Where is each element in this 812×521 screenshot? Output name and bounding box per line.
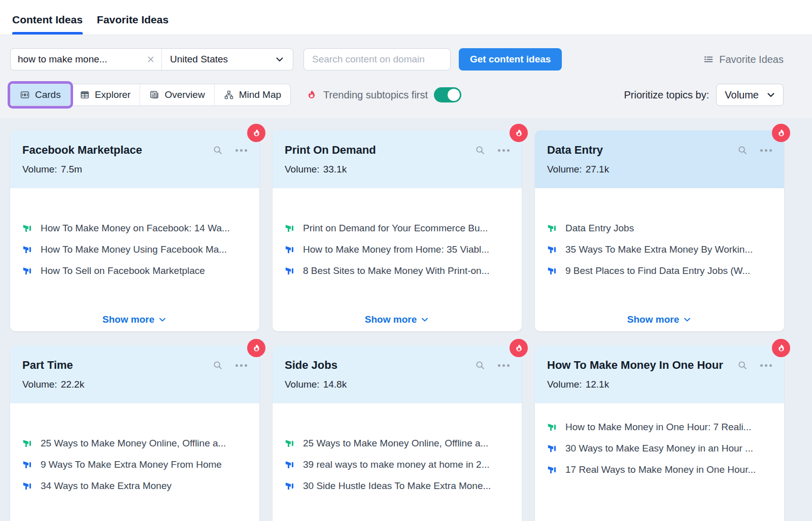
headline-item[interactable]: Data Entry Jobs bbox=[547, 223, 772, 234]
megaphone-icon bbox=[285, 480, 296, 492]
headline-item[interactable]: Print on Demand for Your Ecommerce Bu... bbox=[285, 223, 510, 234]
headline-text[interactable]: How To Make Money on Facebook: 14 Wa... bbox=[41, 223, 230, 234]
card-volume: Volume: 27.1k bbox=[547, 164, 772, 175]
megaphone-icon bbox=[547, 422, 558, 433]
headline-text[interactable]: 34 Ways to Make Extra Money bbox=[41, 480, 172, 492]
headline-item[interactable]: 30 Side Hustle Ideas To Make Extra Mone.… bbox=[285, 480, 510, 492]
megaphone-icon bbox=[22, 438, 33, 449]
ellipsis-icon[interactable] bbox=[760, 145, 772, 156]
headline-text[interactable]: 9 Best Places to Find Data Entry Jobs (W… bbox=[565, 265, 750, 276]
headline-text[interactable]: 30 Ways to Make Easy Money in an Hour ..… bbox=[565, 443, 753, 454]
headline-text[interactable]: 17 Real Ways to Make Money in One Hour..… bbox=[565, 464, 756, 475]
headline-text[interactable]: How To Make Money Using Facebook Ma... bbox=[41, 244, 227, 255]
headline-item[interactable]: 35 Ways To Make Extra Money By Workin... bbox=[547, 244, 772, 255]
headline-item[interactable]: 8 Best Sites to Make Money With Print-on… bbox=[285, 265, 510, 276]
headline-item[interactable]: How to Make Money from Home: 35 Viabl... bbox=[285, 244, 510, 255]
headline-item[interactable]: How To Make Money Using Facebook Ma... bbox=[22, 244, 247, 255]
favorite-ideas-label: Favorite Ideas bbox=[719, 54, 784, 65]
mind-map-icon bbox=[224, 90, 234, 100]
ellipsis-icon[interactable] bbox=[235, 145, 247, 156]
domain-search-input[interactable] bbox=[303, 48, 451, 71]
headline-text[interactable]: How to Make Money from Home: 35 Viabl... bbox=[303, 244, 489, 255]
card-title[interactable]: Side Jobs bbox=[285, 358, 468, 373]
country-select[interactable]: United States bbox=[162, 49, 293, 70]
headline-text[interactable]: Data Entry Jobs bbox=[565, 223, 634, 234]
headline-item[interactable]: 25 Ways to Make Money Online, Offline a.… bbox=[22, 438, 247, 449]
headline-text[interactable]: 25 Ways to Make Money Online, Offline a.… bbox=[41, 438, 226, 449]
megaphone-icon bbox=[547, 265, 558, 276]
headline-item[interactable]: 34 Ways to Make Extra Money bbox=[22, 480, 247, 492]
card-body: How to Make Money in One Hour: 7 Reali..… bbox=[535, 403, 784, 521]
search-icon[interactable] bbox=[475, 360, 486, 371]
headline-list: Data Entry Jobs 35 Ways To Make Extra Mo… bbox=[547, 223, 772, 276]
view-cards-button[interactable]: Cards bbox=[11, 84, 71, 106]
headline-item[interactable]: How to Make Money in One Hour: 7 Reali..… bbox=[547, 422, 772, 433]
view-overview-label: Overview bbox=[164, 89, 205, 100]
trending-flame-badge bbox=[510, 339, 528, 357]
tab-favorite-ideas[interactable]: Favorite Ideas bbox=[97, 14, 168, 34]
headline-text[interactable]: How to Make Money in One Hour: 7 Reali..… bbox=[565, 422, 751, 433]
topic-card-data-entry: Data Entry Volume: 27.1k Data Entry Jobs bbox=[535, 130, 784, 331]
view-overview-button[interactable]: Overview bbox=[140, 84, 214, 106]
headline-item[interactable]: How To Sell on Facebook Marketplace bbox=[22, 265, 247, 276]
ellipsis-icon[interactable] bbox=[498, 360, 510, 371]
headline-item[interactable]: 9 Ways To Make Extra Money From Home bbox=[22, 459, 247, 470]
overview-icon bbox=[149, 90, 159, 100]
card-title[interactable]: Part Time bbox=[22, 358, 206, 373]
favorite-ideas-link[interactable]: Favorite Ideas bbox=[703, 54, 784, 65]
megaphone-icon bbox=[22, 459, 33, 470]
view-explorer-button[interactable]: Explorer bbox=[71, 84, 141, 106]
headline-text[interactable]: 30 Side Hustle Ideas To Make Extra Mone.… bbox=[303, 480, 491, 492]
chevron-down-icon bbox=[275, 54, 285, 64]
search-icon[interactable] bbox=[212, 360, 223, 371]
view-mind-map-button[interactable]: Mind Map bbox=[215, 84, 290, 106]
show-more-button[interactable]: Show more bbox=[103, 312, 167, 327]
volume-label: Volume: bbox=[285, 379, 320, 390]
clear-icon[interactable] bbox=[146, 55, 155, 64]
headline-text[interactable]: 9 Ways To Make Extra Money From Home bbox=[41, 459, 222, 470]
megaphone-icon bbox=[22, 265, 33, 276]
card-title[interactable]: Data Entry bbox=[547, 143, 731, 158]
show-more-button[interactable]: Show more bbox=[627, 312, 692, 327]
headline-item[interactable]: 30 Ways to Make Easy Money in an Hour ..… bbox=[547, 443, 772, 454]
chevron-down-icon bbox=[158, 315, 167, 324]
trending-toggle[interactable] bbox=[434, 87, 461, 102]
headline-item[interactable]: How To Make Money on Facebook: 14 Wa... bbox=[22, 223, 247, 234]
show-more-button[interactable]: Show more bbox=[365, 312, 429, 327]
get-content-ideas-button[interactable]: Get content ideas bbox=[459, 48, 562, 71]
headline-item[interactable]: 9 Best Places to Find Data Entry Jobs (W… bbox=[547, 265, 772, 276]
search-icon[interactable] bbox=[212, 145, 223, 156]
headline-text[interactable]: How To Sell on Facebook Marketplace bbox=[41, 265, 205, 276]
search-icon[interactable] bbox=[475, 145, 486, 156]
ellipsis-icon[interactable] bbox=[498, 145, 510, 156]
headline-text[interactable]: 8 Best Sites to Make Money With Print-on… bbox=[303, 265, 489, 276]
card-body: How To Make Money on Facebook: 14 Wa... … bbox=[10, 188, 259, 331]
cards-grid: Facebook Marketplace Volume: 7.5m How To… bbox=[10, 130, 812, 521]
card-title[interactable]: Facebook Marketplace bbox=[22, 143, 206, 158]
ellipsis-icon[interactable] bbox=[235, 360, 247, 371]
prioritize-select[interactable]: Volume bbox=[716, 84, 784, 106]
tab-content-ideas[interactable]: Content Ideas bbox=[12, 14, 83, 34]
card-title[interactable]: How To Make Money In One Hour bbox=[547, 358, 731, 373]
volume-label: Volume: bbox=[22, 164, 57, 175]
megaphone-icon bbox=[22, 244, 33, 255]
keyword-input[interactable] bbox=[18, 54, 142, 65]
headline-text[interactable]: 25 Ways to Make Money Online, Offline a.… bbox=[303, 438, 488, 449]
volume-value: 7.5m bbox=[61, 164, 82, 175]
card-title[interactable]: Print On Demand bbox=[285, 143, 468, 158]
headline-item[interactable]: 17 Real Ways to Make Money in One Hour..… bbox=[547, 464, 772, 475]
toggle-knob bbox=[448, 89, 460, 101]
search-icon[interactable] bbox=[737, 145, 748, 156]
card-volume: Volume: 14.8k bbox=[285, 379, 510, 390]
search-icon[interactable] bbox=[737, 360, 748, 371]
headline-item[interactable]: 39 real ways to make money at home in 2.… bbox=[285, 459, 510, 470]
prioritize-value: Volume bbox=[725, 89, 759, 101]
headline-text[interactable]: Print on Demand for Your Ecommerce Bu... bbox=[303, 223, 488, 234]
flame-icon bbox=[306, 89, 317, 100]
headline-text[interactable]: 39 real ways to make money at home in 2.… bbox=[303, 459, 490, 470]
ellipsis-icon[interactable] bbox=[760, 360, 772, 371]
view-mind-map-label: Mind Map bbox=[239, 89, 281, 100]
headline-text[interactable]: 35 Ways To Make Extra Money By Workin... bbox=[565, 244, 753, 255]
headline-item[interactable]: 25 Ways to Make Money Online, Offline a.… bbox=[285, 438, 510, 449]
trending-flame-badge bbox=[772, 124, 790, 142]
